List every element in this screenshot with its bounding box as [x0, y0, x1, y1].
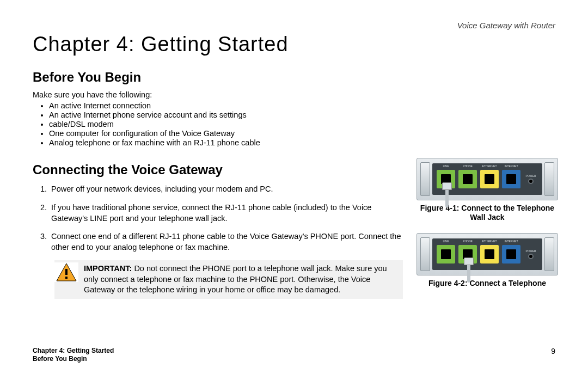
list-item: Analog telephone or fax machine with an … [49, 138, 561, 147]
port-label-ethernet: ETHERNET [482, 164, 497, 168]
step-item: Connect one end of a different RJ-11 pho… [49, 231, 403, 253]
intro-text: Make sure you have the following: [33, 90, 561, 99]
port-label-line: LINE [443, 164, 449, 168]
list-item: cable/DSL modem [49, 120, 561, 128]
steps-list: Power off your network devices, includin… [49, 184, 403, 253]
important-callout: IMPORTANT: Do not connect the PHONE port… [54, 260, 403, 299]
figure-4-2: LINE PHONE ETHERNET INTERNET POWER Figur… [414, 233, 561, 288]
rj11-cable-icon [464, 258, 474, 279]
port-label-power: POWER [526, 249, 536, 253]
port-label-phone: PHONE [463, 240, 473, 243]
chapter-title: Chapter 4: Getting Started [33, 33, 561, 56]
list-item: An active Internet connection [49, 101, 561, 110]
header-product: Voice Gateway with Router [457, 21, 555, 30]
list-item: One computer for configuration of the Vo… [49, 129, 561, 138]
rj11-cable-icon [442, 182, 452, 204]
figure-caption: Figure 4-2: Connect a Telephone [414, 279, 561, 288]
warning-icon [54, 262, 78, 282]
page-number: 9 [551, 347, 555, 356]
callout-label: IMPORTANT: [84, 264, 132, 273]
footer-chapter: Chapter 4: Getting Started [33, 347, 114, 356]
port-label-phone: PHONE [463, 164, 473, 168]
footer-section: Before You Begin [33, 355, 114, 364]
requirements-list: An active Internet connection An active … [49, 101, 561, 147]
list-item: An active Internet phone service account… [49, 111, 561, 119]
figure-caption: Figure 4-1: Connect to the Telephone Wal… [414, 204, 561, 222]
port-label-power: POWER [526, 174, 536, 177]
section-connecting: Connecting the Voice Gateway [33, 161, 403, 179]
section-before-you-begin: Before You Begin [33, 70, 561, 85]
port-label-line: LINE [443, 240, 449, 243]
svg-rect-1 [65, 269, 68, 275]
device-illustration: LINE PHONE ETHERNET INTERNET POWER [416, 233, 558, 275]
device-illustration: LINE PHONE ETHERNET INTERNET POWER [416, 158, 558, 200]
port-label-internet: INTERNET [505, 164, 518, 168]
step-item: If you have traditional phone service, c… [49, 203, 403, 224]
callout-text: IMPORTANT: Do not connect the PHONE port… [84, 262, 399, 297]
figure-4-1: LINE PHONE ETHERNET INTERNET POWER Figur… [414, 158, 561, 222]
page-footer: Chapter 4: Getting Started Before You Be… [33, 347, 555, 364]
svg-rect-2 [65, 277, 68, 279]
port-label-internet: INTERNET [505, 240, 518, 243]
port-label-ethernet: ETHERNET [482, 240, 497, 243]
step-item: Power off your network devices, includin… [49, 184, 403, 195]
